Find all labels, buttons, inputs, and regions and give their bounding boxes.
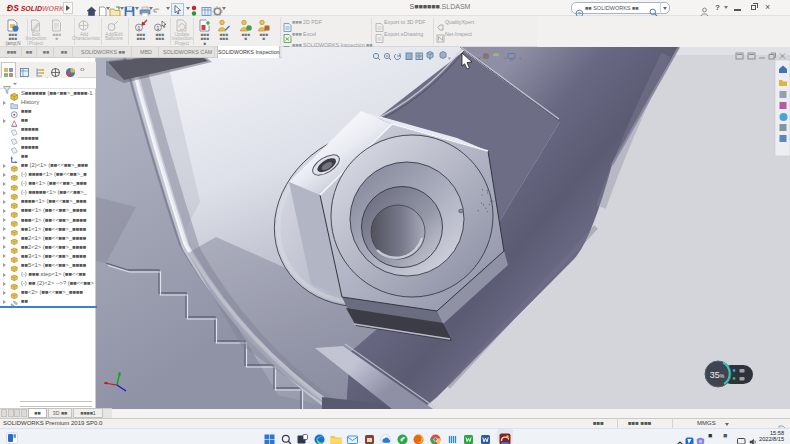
svg-text:1: 1	[157, 25, 160, 31]
svg-text:1: 1	[138, 25, 141, 31]
